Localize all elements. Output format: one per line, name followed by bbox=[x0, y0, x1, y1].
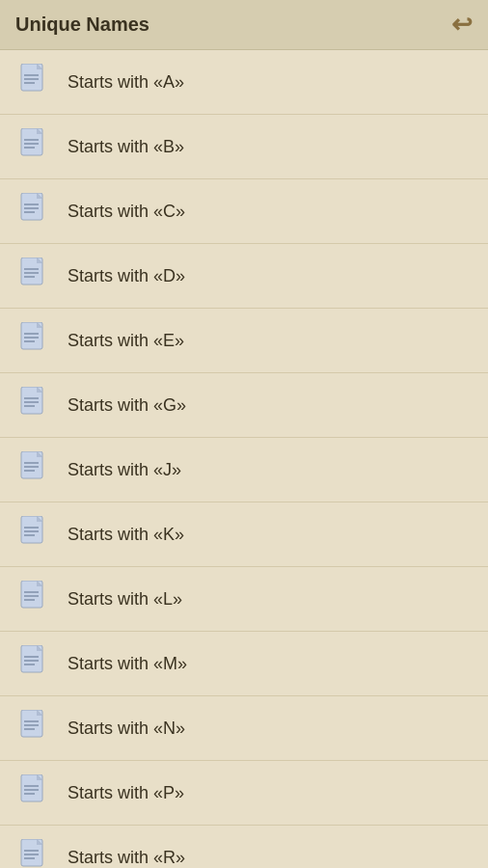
item-label: Starts with «C» bbox=[68, 202, 185, 222]
file-icon bbox=[19, 710, 50, 746]
list-item[interactable]: Starts with «B» bbox=[0, 115, 488, 179]
file-icon bbox=[19, 387, 50, 423]
file-icon bbox=[19, 322, 50, 359]
item-label: Starts with «J» bbox=[68, 460, 181, 480]
file-icon bbox=[19, 258, 50, 294]
list-item[interactable]: Starts with «P» bbox=[0, 761, 488, 826]
item-label: Starts with «G» bbox=[68, 395, 186, 416]
item-label: Starts with «B» bbox=[68, 137, 184, 157]
file-icon bbox=[19, 516, 50, 553]
list-item[interactable]: Starts with «M» bbox=[0, 632, 488, 696]
item-label: Starts with «P» bbox=[68, 783, 184, 803]
item-label: Starts with «R» bbox=[68, 848, 185, 868]
back-icon[interactable]: ↩ bbox=[451, 10, 473, 40]
page-title: Unique Names bbox=[15, 14, 149, 36]
list-item[interactable]: Starts with «L» bbox=[0, 567, 488, 632]
list-item[interactable]: Starts with «A» bbox=[0, 50, 488, 115]
item-label: Starts with «A» bbox=[68, 72, 184, 93]
list-item[interactable]: Starts with «C» bbox=[0, 179, 488, 244]
file-icon bbox=[19, 581, 50, 617]
list-item[interactable]: Starts with «E» bbox=[0, 309, 488, 373]
file-icon bbox=[19, 64, 50, 100]
list-item[interactable]: Starts with «G» bbox=[0, 373, 488, 438]
list-item[interactable]: Starts with «K» bbox=[0, 502, 488, 567]
file-icon bbox=[19, 839, 50, 868]
file-icon bbox=[19, 645, 50, 682]
file-icon bbox=[19, 128, 50, 165]
names-list: Starts with «A» Starts with «B» bbox=[0, 50, 488, 868]
file-icon bbox=[19, 451, 50, 488]
item-label: Starts with «D» bbox=[68, 266, 185, 286]
list-item[interactable]: Starts with «R» bbox=[0, 826, 488, 868]
list-item[interactable]: Starts with «D» bbox=[0, 244, 488, 309]
file-icon bbox=[19, 774, 50, 811]
app-header: Unique Names ↩ bbox=[0, 0, 488, 50]
item-label: Starts with «M» bbox=[68, 654, 187, 674]
item-label: Starts with «N» bbox=[68, 719, 185, 739]
item-label: Starts with «L» bbox=[68, 589, 182, 610]
item-label: Starts with «K» bbox=[68, 525, 184, 545]
list-item[interactable]: Starts with «J» bbox=[0, 438, 488, 502]
item-label: Starts with «E» bbox=[68, 331, 184, 351]
list-item[interactable]: Starts with «N» bbox=[0, 696, 488, 761]
file-icon bbox=[19, 193, 50, 230]
